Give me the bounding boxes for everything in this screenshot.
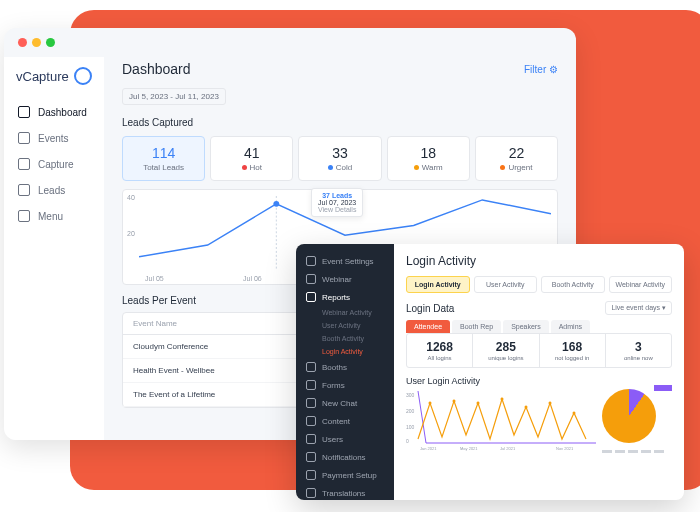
dot-icon — [414, 165, 419, 170]
stat-card-urgent[interactable]: 22Urgent — [475, 136, 558, 181]
role-tabs: Attendee Booth Rep Speakers Admins — [406, 320, 672, 333]
chart-icon — [306, 292, 316, 302]
logo-icon — [74, 67, 92, 85]
stat-card-hot[interactable]: 41Hot — [210, 136, 293, 181]
ds-reports[interactable]: Reports — [296, 288, 394, 306]
capture-icon — [18, 158, 30, 170]
tab-booth-activity[interactable]: Booth Activity — [541, 276, 605, 293]
maximize-icon[interactable] — [46, 38, 55, 47]
stat-card-cold[interactable]: 33Cold — [298, 136, 381, 181]
leads-captured-title: Leads Captured — [122, 117, 558, 128]
ds-webinar[interactable]: Webinar — [296, 270, 394, 288]
menu-icon — [18, 210, 30, 222]
svg-point-6 — [429, 402, 432, 405]
stat-row: 114Total Leads 41Hot 33Cold 18Warm 22Urg… — [122, 136, 558, 181]
svg-point-8 — [477, 402, 480, 405]
svg-text:0: 0 — [406, 438, 409, 444]
svg-text:Nov 2021: Nov 2021 — [556, 446, 574, 451]
window-controls — [4, 28, 576, 57]
ds-users[interactable]: Users — [296, 430, 394, 448]
login-activity-title: Login Activity — [406, 254, 672, 268]
user-login-line-chart: 300 200 100 0 Jan 2021 May 2021 Jul 2021… — [406, 389, 596, 451]
svg-point-9 — [501, 398, 504, 401]
card-icon — [306, 470, 316, 480]
ds-sub-webinar-activity[interactable]: Webinar Activity — [296, 306, 394, 319]
minimize-icon[interactable] — [32, 38, 41, 47]
sidebar-item-dashboard[interactable]: Dashboard — [4, 99, 104, 125]
video-icon — [306, 274, 316, 284]
ds-sub-booth-activity[interactable]: Booth Activity — [296, 332, 394, 345]
pie-legend — [602, 450, 664, 453]
role-tab-admins[interactable]: Admins — [551, 320, 590, 333]
activity-tabs: Login Activity User Activity Booth Activ… — [406, 276, 672, 293]
tab-webinar-activity[interactable]: Webinar Activity — [609, 276, 673, 293]
stat-all-logins: 1268All logins — [407, 334, 473, 367]
app-name: vCapture — [16, 69, 69, 84]
stat-not-logged-in: 168not logged in — [540, 334, 606, 367]
calendar-icon — [18, 132, 30, 144]
role-tab-speakers[interactable]: Speakers — [503, 320, 549, 333]
gear-icon — [306, 256, 316, 266]
ds-content[interactable]: Content — [296, 412, 394, 430]
user-login-activity-title: User Login Activity — [406, 376, 672, 386]
ds-payment[interactable]: Payment Setup — [296, 466, 394, 484]
login-main: Login Activity Login Activity User Activ… — [394, 244, 684, 500]
dot-icon — [500, 165, 505, 170]
login-data-title: Login Data — [406, 303, 454, 314]
svg-text:300: 300 — [406, 392, 415, 398]
svg-text:May 2021: May 2021 — [460, 446, 478, 451]
stat-unique-logins: 285unique logins — [473, 334, 539, 367]
home-icon — [18, 106, 30, 118]
grid-icon — [306, 362, 316, 372]
svg-point-11 — [549, 402, 552, 405]
dot-icon — [242, 165, 247, 170]
svg-point-10 — [525, 406, 528, 409]
ds-sub-user-activity[interactable]: User Activity — [296, 319, 394, 332]
bell-icon — [306, 452, 316, 462]
svg-text:Jul 2021: Jul 2021 — [500, 446, 516, 451]
app-logo: vCapture — [4, 67, 104, 99]
sidebar-item-events[interactable]: Events — [4, 125, 104, 151]
page-title: Dashboard — [122, 61, 191, 77]
date-selector[interactable]: Live event days ▾ — [605, 301, 672, 315]
pie-legend-purple — [654, 385, 672, 391]
lang-icon — [306, 488, 316, 498]
ds-booths[interactable]: Booths — [296, 358, 394, 376]
ds-forms[interactable]: Forms — [296, 376, 394, 394]
stat-card-warm[interactable]: 18Warm — [387, 136, 470, 181]
ds-sub-login-activity[interactable]: Login Activity — [296, 345, 394, 358]
dot-icon — [328, 165, 333, 170]
login-stats: 1268All logins 285unique logins 168not l… — [406, 333, 672, 368]
stat-card-total[interactable]: 114Total Leads — [122, 136, 205, 181]
tab-user-activity[interactable]: User Activity — [474, 276, 538, 293]
chat-icon — [306, 398, 316, 408]
sidebar-item-leads[interactable]: Leads — [4, 177, 104, 203]
svg-text:100: 100 — [406, 424, 415, 430]
svg-text:200: 200 — [406, 408, 415, 414]
list-icon — [18, 184, 30, 196]
pie-icon — [602, 389, 656, 443]
svg-point-12 — [573, 412, 576, 415]
ds-translations[interactable]: Translations — [296, 484, 394, 500]
sidebar: vCapture Dashboard Events Capture Leads … — [4, 57, 104, 440]
sidebar-item-menu[interactable]: Menu — [4, 203, 104, 229]
role-tab-attendee[interactable]: Attendee — [406, 320, 450, 333]
stat-online-now: 3online now — [606, 334, 671, 367]
login-pie-chart — [602, 389, 672, 451]
filter-button[interactable]: Filter ⚙ — [524, 64, 558, 75]
close-icon[interactable] — [18, 38, 27, 47]
tab-login-activity[interactable]: Login Activity — [406, 276, 470, 293]
users-icon — [306, 434, 316, 444]
ds-new-chat[interactable]: New Chat — [296, 394, 394, 412]
content-icon — [306, 416, 316, 426]
ds-event-settings[interactable]: Event Settings — [296, 252, 394, 270]
date-range-picker[interactable]: Jul 5, 2023 - Jul 11, 2023 — [122, 88, 226, 105]
ds-notifications[interactable]: Notifications — [296, 448, 394, 466]
svg-point-1 — [273, 201, 279, 207]
form-icon — [306, 380, 316, 390]
svg-point-7 — [453, 400, 456, 403]
sidebar-item-capture[interactable]: Capture — [4, 151, 104, 177]
role-tab-booth-rep[interactable]: Booth Rep — [452, 320, 501, 333]
svg-text:Jan 2021: Jan 2021 — [420, 446, 437, 451]
login-activity-window: Event Settings Webinar Reports Webinar A… — [296, 244, 684, 500]
